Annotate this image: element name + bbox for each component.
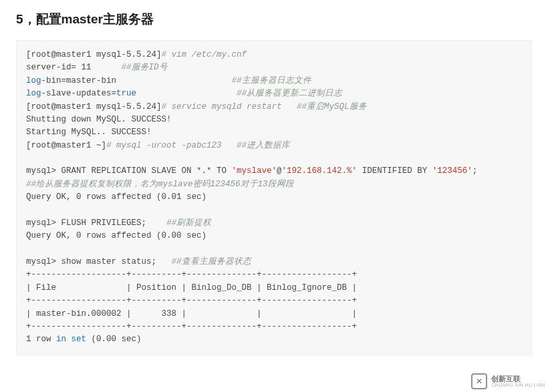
code-segment: 1 row xyxy=(26,335,56,344)
code-line: Shutting down MySQL. SUCCESS! xyxy=(26,114,522,126)
code-segment: Query OK, 0 rows affected (0.00 sec) xyxy=(26,231,207,240)
code-line: [root@master1 mysql-5.5.24]# vim /etc/my… xyxy=(26,49,522,61)
code-segment: server-id= 11 xyxy=(26,63,122,72)
code-line xyxy=(26,243,522,256)
code-segment: # vim /etc/my.cnf xyxy=(162,50,247,59)
code-segment: Query OK, 0 rows affected (0.01 sec) xyxy=(26,192,207,202)
code-segment: ##主服务器日志文件 xyxy=(232,76,311,85)
code-segment: ; xyxy=(472,166,478,176)
code-line: server-id= 11 ##服务ID号 xyxy=(26,61,522,74)
watermark-logo-icon: ✕ xyxy=(471,373,487,389)
code-line: [root@master1 mysql-5.5.24]# service mys… xyxy=(26,101,522,114)
code-segment: ##刷新提权 xyxy=(166,218,211,228)
code-segment: # service mysqld restart ##重启MySQL服务 xyxy=(162,102,367,112)
watermark-py: CHUANG XIN HU LIAN xyxy=(491,383,545,387)
code-segment: IDENTIFIED BY xyxy=(357,166,432,176)
code-segment: '192.168.142.%' xyxy=(282,166,358,176)
code-segment: [root@master1 mysql-5.5.24] xyxy=(26,102,162,112)
code-segment: log xyxy=(26,89,41,98)
code-line: | File | Position | Binlog_Do_DB | Binlo… xyxy=(26,282,522,295)
code-line: log-bin=master-bin ##主服务器日志文件 xyxy=(26,75,522,87)
code-line: [root@master1 ~]# mysql -uroot -pabc123 … xyxy=(26,140,522,152)
code-line: Query OK, 0 rows affected (0.00 sec) xyxy=(26,230,522,242)
code-segment: mysql> show master status; xyxy=(26,257,172,266)
document-page: 5，配置master主服务器 [root@master1 mysql-5.5.2… xyxy=(0,0,548,366)
code-segment: +-------------------+----------+--------… xyxy=(26,270,357,279)
code-segment: @ xyxy=(277,166,282,176)
code-line: ##给从服务器提权复制权限，名为myslave密码123456对于13段网段 xyxy=(26,178,522,191)
code-line: 1 row in set (0.00 sec) xyxy=(26,333,522,346)
code-segment: true xyxy=(116,89,136,98)
code-line: mysql> FLUSH PRIVILEGES; ##刷新提权 xyxy=(26,217,522,230)
code-segment xyxy=(66,335,72,344)
code-line: | master-bin.000002 | 338 | | | xyxy=(26,308,522,321)
code-line xyxy=(26,204,522,217)
section-heading: 5，配置master主服务器 xyxy=(16,11,532,28)
code-line: +-------------------+----------+--------… xyxy=(26,295,522,307)
code-segment: +-------------------+----------+--------… xyxy=(26,322,357,331)
code-line: Query OK, 0 rows affected (0.01 sec) xyxy=(26,191,522,204)
code-segment: Shutting down MySQL. SUCCESS! xyxy=(26,115,172,124)
code-segment: (0.00 sec) xyxy=(86,335,142,344)
code-segment: [root@master1 mysql-5.5.24] xyxy=(26,50,162,59)
code-segment: log xyxy=(26,76,41,85)
code-segment: | File | Position | Binlog_Do_DB | Binlo… xyxy=(26,283,357,292)
code-segment: '123456' xyxy=(432,166,472,176)
code-segment: # mysql -uroot -pabc123 ##进入数据库 xyxy=(106,141,290,150)
code-segment: [root@master1 ~] xyxy=(26,141,106,150)
code-segment: -bin=master-bin xyxy=(41,76,232,85)
code-segment: ##查看主服务器状态 xyxy=(172,257,251,266)
code-segment: in xyxy=(56,335,66,344)
code-segment: mysql> FLUSH PRIVILEGES; xyxy=(26,218,166,228)
code-line: mysql> show master status; ##查看主服务器状态 xyxy=(26,256,522,268)
code-segment: set xyxy=(72,335,87,344)
code-segment: -slave-updates= xyxy=(41,89,117,98)
code-line: mysql> GRANT REPLICATION SLAVE ON *.* TO… xyxy=(26,165,522,178)
code-segment: +-------------------+----------+--------… xyxy=(26,296,357,305)
watermark-cn: 创新互联 xyxy=(491,375,545,383)
code-segment: mysql> GRANT REPLICATION SLAVE ON *.* TO xyxy=(26,166,232,176)
watermark: ✕ 创新互联 CHUANG XIN HU LIAN xyxy=(471,373,545,389)
code-segment: ##从服务器更新二进制日志 xyxy=(237,89,342,98)
code-segment: ##给从服务器提权复制权限，名为myslave密码123456对于13段网段 xyxy=(26,180,294,189)
code-line: +-------------------+----------+--------… xyxy=(26,268,522,281)
code-line: Starting MySQL.. SUCCESS! xyxy=(26,126,522,139)
code-segment: ##服务ID号 xyxy=(122,63,168,72)
code-block: [root@master1 mysql-5.5.24]# vim /etc/my… xyxy=(16,40,532,355)
code-segment: | master-bin.000002 | 338 | | | xyxy=(26,309,357,319)
code-segment: Starting MySQL.. SUCCESS! xyxy=(26,128,152,137)
code-line: +-------------------+----------+--------… xyxy=(26,321,522,333)
watermark-text: 创新互联 CHUANG XIN HU LIAN xyxy=(491,375,545,387)
code-segment: 'myslave' xyxy=(232,166,277,176)
code-segment xyxy=(136,89,237,98)
code-line: log-slave-updates=true ##从服务器更新二进制日志 xyxy=(26,87,522,100)
code-line xyxy=(26,152,522,165)
